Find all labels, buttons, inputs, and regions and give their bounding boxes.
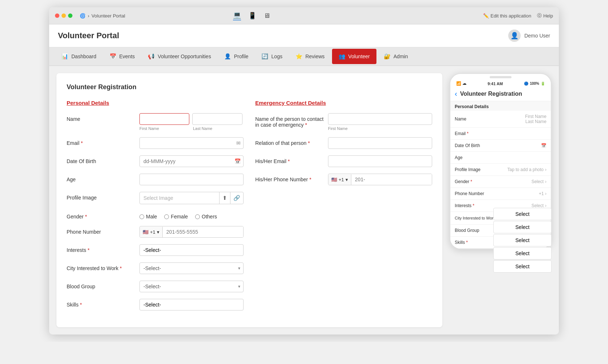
nav-logs[interactable]: 🔄 Logs	[255, 49, 289, 64]
file-input-area: Select Image ⬆ 🔗	[139, 192, 244, 204]
blood-group-label: Blood Group	[67, 281, 139, 289]
gender-input-area: Male Female Others	[139, 211, 244, 219]
phone-status-bar: 📶 ☁ 9:41 AM 🔵 100% 🔋	[450, 78, 551, 88]
monitor-icon[interactable]: 🖥	[264, 12, 270, 20]
help-icon: ⓪	[537, 12, 542, 19]
interests-input[interactable]	[139, 244, 244, 256]
app-title: Volunteer Portal	[58, 31, 119, 40]
skills-input[interactable]	[139, 299, 244, 310]
phone-input-area: 🇺🇸 +1 ▾	[139, 226, 244, 238]
phone-label: Phone Number	[67, 226, 139, 235]
gender-female-radio[interactable]	[164, 214, 169, 219]
nav-dashboard[interactable]: 📊 Dashboard	[55, 49, 103, 64]
email-input-wrapper: ✉	[139, 137, 244, 149]
phone-email-item: Email *	[450, 128, 551, 140]
select-button-3[interactable]: Select	[493, 234, 552, 246]
email-required: *	[81, 140, 83, 146]
city-select-wrapper: -Select- ▾	[139, 262, 244, 274]
nav-profile[interactable]: 👤 Profile	[218, 49, 255, 64]
nav-reviews[interactable]: ⭐ Reviews	[289, 49, 331, 64]
nav-volunteer[interactable]: 👥 Volunteer	[332, 49, 376, 64]
device-nav: 💻 📱 🖥	[233, 11, 270, 20]
blood-group-select[interactable]: -Select-	[140, 281, 243, 292]
volunteer-icon: 👥	[339, 53, 346, 60]
city-select[interactable]: -Select-	[140, 263, 243, 274]
close-button[interactable]	[55, 13, 59, 18]
phone-gender-label: Gender *	[455, 179, 487, 184]
emergency-phone-dropdown-arrow: ▾	[346, 177, 348, 182]
emergency-phone-flag[interactable]: 🇺🇸 +1 ▾	[328, 174, 351, 185]
skills-label: Skills *	[67, 299, 139, 308]
phone-number-input[interactable]	[163, 226, 243, 237]
gender-required: *	[85, 214, 87, 219]
blood-select-wrapper: -Select- ▾	[139, 281, 244, 292]
traffic-lights	[55, 13, 72, 18]
personal-section: Personal Details Name First Name Last Na…	[67, 100, 244, 317]
select-buttons-panel: Select Select Select Select Select	[493, 208, 552, 273]
relation-input-area	[328, 137, 432, 149]
select-button-1[interactable]: Select	[493, 208, 552, 220]
phone-interests-value: Select	[487, 203, 544, 208]
gender-male-radio[interactable]	[139, 214, 144, 219]
laptop-icon[interactable]: 💻	[233, 11, 241, 20]
phone-page-title: Volunteer Registration	[460, 91, 522, 97]
relation-input[interactable]	[328, 137, 432, 149]
minimize-button[interactable]	[62, 13, 66, 18]
last-name-input[interactable]	[192, 113, 242, 125]
contact-name-required: *	[305, 122, 307, 128]
phone-gender-item[interactable]: Gender * Select ›	[450, 176, 551, 188]
phone-time: 9:41 AM	[487, 82, 503, 86]
profile-image-row: Profile Image Select Image ⬆ 🔗	[67, 192, 244, 204]
phone-nav: ‹ Volunteer Registration	[450, 88, 551, 101]
edit-app-button[interactable]: ✏️ Edit this application	[483, 13, 531, 19]
phone-age-item: Age	[450, 152, 551, 164]
tablet-icon[interactable]: 📱	[248, 12, 256, 20]
link-button[interactable]: 🔗	[230, 192, 243, 204]
phone-interests-label: Interests *	[455, 203, 487, 208]
phone-gender-chevron: ›	[545, 179, 546, 184]
email-input[interactable]	[139, 137, 244, 149]
gender-others[interactable]: Others	[195, 214, 217, 219]
emergency-email-input[interactable]	[328, 155, 432, 167]
nav-admin[interactable]: 🔐 Admin	[377, 49, 415, 64]
contact-first-name-input[interactable]	[328, 113, 432, 125]
name-input-group	[139, 113, 244, 125]
emergency-phone-number-input[interactable]	[351, 174, 432, 185]
select-button-5[interactable]: Select	[493, 260, 552, 273]
select-button-2[interactable]: Select	[493, 221, 552, 233]
form-title: Volunteer Registration	[67, 83, 432, 91]
phone-profile-image-item[interactable]: Profile Image Tap to add a photo ›	[450, 164, 551, 176]
phone-profile-image-label: Profile Image	[455, 167, 487, 172]
nav-events[interactable]: 📅 Events	[103, 49, 142, 64]
emergency-phone-row: His/Her Phone Number * 🇺🇸 +1 ▾	[255, 174, 432, 185]
app-header: Volunteer Portal 👤 Demo User	[49, 24, 559, 47]
age-input-area	[139, 174, 244, 185]
dob-input[interactable]	[139, 155, 244, 167]
emergency-phone-required: *	[309, 177, 311, 182]
name-sub-labels: First Name Last Name	[139, 126, 244, 131]
gender-radio-group: Male Female Others	[139, 211, 244, 219]
select-button-4[interactable]: Select	[493, 247, 552, 260]
contact-first-name-label: First Name	[328, 126, 348, 131]
phone-flag-selector[interactable]: 🇺🇸 +1 ▾	[140, 227, 163, 237]
upload-button[interactable]: ⬆	[219, 192, 230, 204]
phone-input-group: 🇺🇸 +1 ▾	[139, 226, 244, 238]
name-input-area: First Name Last Name	[139, 113, 244, 131]
skills-row: Skills *	[67, 299, 244, 310]
first-name-input[interactable]	[139, 113, 189, 125]
phone-back-button[interactable]: ‹	[455, 90, 457, 98]
gender-male[interactable]: Male	[139, 214, 157, 219]
maximize-button[interactable]	[68, 13, 72, 18]
city-required: *	[120, 265, 122, 271]
help-button[interactable]: ⓪ Help	[537, 12, 553, 19]
gender-female[interactable]: Female	[164, 214, 188, 219]
emergency-phone-input-group: 🇺🇸 +1 ▾	[328, 174, 432, 185]
phone-phone-value: +1 ›	[487, 191, 546, 196]
profile-image-label: Profile Image	[67, 192, 139, 201]
emergency-phone-label: His/Her Phone Number *	[255, 174, 328, 182]
nav-volunteer-opportunities[interactable]: 📢 Volunteer Opportunities	[141, 49, 217, 64]
battery-icon: 🔋	[541, 82, 545, 86]
age-input[interactable]	[139, 174, 244, 185]
phone-carrier: 📶 ☁	[456, 81, 466, 86]
gender-others-radio[interactable]	[195, 214, 200, 219]
